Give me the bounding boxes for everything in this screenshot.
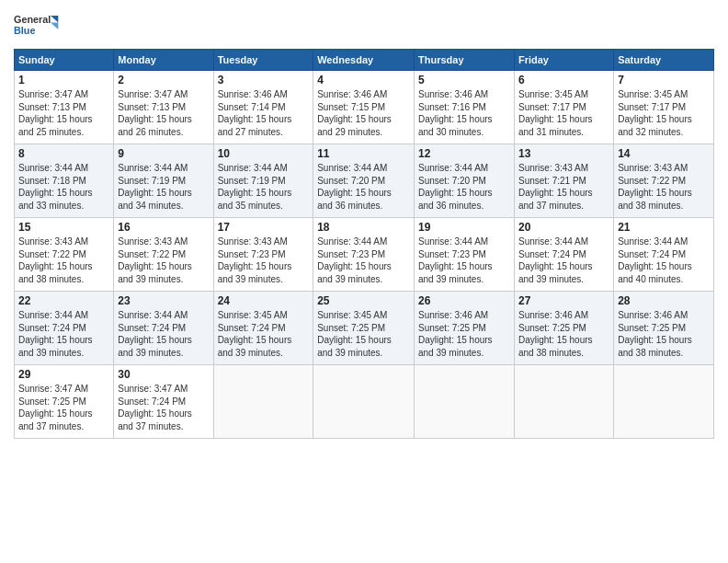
calendar-day-cell: 18Sunrise: 3:44 AM Sunset: 7:23 PM Dayli… <box>313 218 415 292</box>
day-number: 5 <box>418 74 510 86</box>
day-number: 11 <box>317 147 410 160</box>
calendar-day-cell: 2Sunrise: 3:47 AM Sunset: 7:13 PM Daylig… <box>114 71 213 144</box>
day-info: Sunrise: 3:44 AM Sunset: 7:24 PM Dayligh… <box>518 236 609 285</box>
day-number: 1 <box>18 74 109 86</box>
day-number: 18 <box>317 221 410 234</box>
calendar-day-cell: 9Sunrise: 3:44 AM Sunset: 7:19 PM Daylig… <box>114 144 213 218</box>
day-info: Sunrise: 3:46 AM Sunset: 7:25 PM Dayligh… <box>518 309 609 359</box>
day-number: 14 <box>618 147 710 160</box>
svg-text:Blue: Blue <box>14 25 35 36</box>
day-info: Sunrise: 3:46 AM Sunset: 7:16 PM Dayligh… <box>418 88 510 138</box>
day-info: Sunrise: 3:47 AM Sunset: 7:13 PM Dayligh… <box>18 88 109 138</box>
calendar-day-cell: 12Sunrise: 3:44 AM Sunset: 7:20 PM Dayli… <box>415 144 515 218</box>
day-info: Sunrise: 3:44 AM Sunset: 7:20 PM Dayligh… <box>317 162 410 212</box>
calendar-day-cell <box>614 365 714 439</box>
calendar-day-cell: 13Sunrise: 3:43 AM Sunset: 7:21 PM Dayli… <box>514 144 613 218</box>
calendar-day-cell: 24Sunrise: 3:45 AM Sunset: 7:24 PM Dayli… <box>213 292 313 365</box>
logo-svg: General Blue <box>14 9 60 41</box>
calendar-header-cell: Saturday <box>614 50 714 71</box>
day-number: 12 <box>418 147 510 160</box>
day-number: 6 <box>518 74 609 86</box>
calendar-header-cell: Monday <box>114 50 213 71</box>
calendar-header-cell: Thursday <box>415 50 515 71</box>
day-number: 3 <box>218 74 310 86</box>
day-info: Sunrise: 3:45 AM Sunset: 7:17 PM Dayligh… <box>518 88 609 138</box>
calendar-day-cell: 17Sunrise: 3:43 AM Sunset: 7:23 PM Dayli… <box>213 218 313 292</box>
day-info: Sunrise: 3:43 AM Sunset: 7:21 PM Dayligh… <box>518 162 609 212</box>
calendar-header-cell: Friday <box>514 50 613 71</box>
day-info: Sunrise: 3:43 AM Sunset: 7:22 PM Dayligh… <box>18 236 109 285</box>
page: General Blue SundayMondayTuesdayWednesda… <box>0 0 728 563</box>
day-number: 26 <box>418 294 510 307</box>
calendar-day-cell: 28Sunrise: 3:46 AM Sunset: 7:25 PM Dayli… <box>614 292 714 365</box>
calendar-day-cell: 25Sunrise: 3:45 AM Sunset: 7:25 PM Dayli… <box>313 292 415 365</box>
day-number: 8 <box>18 147 109 160</box>
calendar-header-cell: Wednesday <box>313 50 415 71</box>
day-number: 20 <box>518 221 609 234</box>
calendar-day-cell: 21Sunrise: 3:44 AM Sunset: 7:24 PM Dayli… <box>614 218 714 292</box>
calendar-day-cell <box>213 365 313 439</box>
calendar-day-cell: 11Sunrise: 3:44 AM Sunset: 7:20 PM Dayli… <box>313 144 415 218</box>
calendar-day-cell: 27Sunrise: 3:46 AM Sunset: 7:25 PM Dayli… <box>514 292 613 365</box>
day-info: Sunrise: 3:46 AM Sunset: 7:25 PM Dayligh… <box>618 309 710 359</box>
header: General Blue <box>14 9 714 41</box>
day-info: Sunrise: 3:44 AM Sunset: 7:23 PM Dayligh… <box>418 236 510 285</box>
day-info: Sunrise: 3:44 AM Sunset: 7:24 PM Dayligh… <box>18 309 109 359</box>
calendar-day-cell: 10Sunrise: 3:44 AM Sunset: 7:19 PM Dayli… <box>213 144 313 218</box>
day-number: 29 <box>18 368 109 381</box>
day-info: Sunrise: 3:46 AM Sunset: 7:25 PM Dayligh… <box>418 309 510 359</box>
calendar-day-cell: 3Sunrise: 3:46 AM Sunset: 7:14 PM Daylig… <box>213 71 313 144</box>
day-number: 7 <box>618 74 710 86</box>
day-info: Sunrise: 3:44 AM Sunset: 7:23 PM Dayligh… <box>317 236 410 285</box>
day-info: Sunrise: 3:44 AM Sunset: 7:24 PM Dayligh… <box>618 236 710 285</box>
svg-marker-3 <box>51 23 58 30</box>
calendar-day-cell: 1Sunrise: 3:47 AM Sunset: 7:13 PM Daylig… <box>15 71 114 144</box>
calendar-day-cell: 22Sunrise: 3:44 AM Sunset: 7:24 PM Dayli… <box>15 292 114 365</box>
calendar-day-cell: 19Sunrise: 3:44 AM Sunset: 7:23 PM Dayli… <box>415 218 515 292</box>
day-info: Sunrise: 3:43 AM Sunset: 7:23 PM Dayligh… <box>218 236 310 285</box>
day-info: Sunrise: 3:46 AM Sunset: 7:14 PM Dayligh… <box>218 88 310 138</box>
calendar-header-row: SundayMondayTuesdayWednesdayThursdayFrid… <box>15 50 714 71</box>
calendar-day-cell: 20Sunrise: 3:44 AM Sunset: 7:24 PM Dayli… <box>514 218 613 292</box>
calendar-header-cell: Tuesday <box>213 50 313 71</box>
day-number: 24 <box>218 294 310 307</box>
day-info: Sunrise: 3:47 AM Sunset: 7:24 PM Dayligh… <box>118 383 209 432</box>
day-number: 9 <box>118 147 209 160</box>
day-number: 15 <box>18 221 109 234</box>
day-info: Sunrise: 3:44 AM Sunset: 7:20 PM Dayligh… <box>418 162 510 212</box>
calendar-day-cell: 29Sunrise: 3:47 AM Sunset: 7:25 PM Dayli… <box>15 365 114 439</box>
day-info: Sunrise: 3:46 AM Sunset: 7:15 PM Dayligh… <box>317 88 410 138</box>
calendar-day-cell <box>313 365 415 439</box>
calendar-week-row: 29Sunrise: 3:47 AM Sunset: 7:25 PM Dayli… <box>15 365 714 439</box>
day-number: 4 <box>317 74 410 86</box>
day-number: 23 <box>118 294 209 307</box>
calendar-day-cell: 8Sunrise: 3:44 AM Sunset: 7:18 PM Daylig… <box>15 144 114 218</box>
logo: General Blue <box>14 9 60 41</box>
calendar-day-cell: 14Sunrise: 3:43 AM Sunset: 7:22 PM Dayli… <box>614 144 714 218</box>
calendar-day-cell: 26Sunrise: 3:46 AM Sunset: 7:25 PM Dayli… <box>415 292 515 365</box>
svg-marker-2 <box>51 16 58 22</box>
day-info: Sunrise: 3:43 AM Sunset: 7:22 PM Dayligh… <box>618 162 710 212</box>
day-info: Sunrise: 3:45 AM Sunset: 7:25 PM Dayligh… <box>317 309 410 359</box>
calendar-day-cell: 23Sunrise: 3:44 AM Sunset: 7:24 PM Dayli… <box>114 292 213 365</box>
day-info: Sunrise: 3:43 AM Sunset: 7:22 PM Dayligh… <box>118 236 209 285</box>
calendar-day-cell <box>514 365 613 439</box>
day-info: Sunrise: 3:47 AM Sunset: 7:25 PM Dayligh… <box>18 383 109 432</box>
day-number: 27 <box>518 294 609 307</box>
day-info: Sunrise: 3:47 AM Sunset: 7:13 PM Dayligh… <box>118 88 209 138</box>
calendar-day-cell: 6Sunrise: 3:45 AM Sunset: 7:17 PM Daylig… <box>514 71 613 144</box>
svg-text:General: General <box>14 14 51 25</box>
day-number: 25 <box>317 294 410 307</box>
day-number: 22 <box>18 294 109 307</box>
calendar-table: SundayMondayTuesdayWednesdayThursdayFrid… <box>14 49 714 439</box>
day-number: 21 <box>618 221 710 234</box>
day-number: 2 <box>118 74 209 86</box>
calendar-day-cell: 5Sunrise: 3:46 AM Sunset: 7:16 PM Daylig… <box>415 71 515 144</box>
calendar-day-cell: 16Sunrise: 3:43 AM Sunset: 7:22 PM Dayli… <box>114 218 213 292</box>
day-info: Sunrise: 3:45 AM Sunset: 7:17 PM Dayligh… <box>618 88 710 138</box>
calendar-header-cell: Sunday <box>15 50 114 71</box>
day-info: Sunrise: 3:44 AM Sunset: 7:19 PM Dayligh… <box>118 162 209 212</box>
day-number: 30 <box>118 368 209 381</box>
calendar-day-cell: 30Sunrise: 3:47 AM Sunset: 7:24 PM Dayli… <box>114 365 213 439</box>
calendar-day-cell: 7Sunrise: 3:45 AM Sunset: 7:17 PM Daylig… <box>614 71 714 144</box>
